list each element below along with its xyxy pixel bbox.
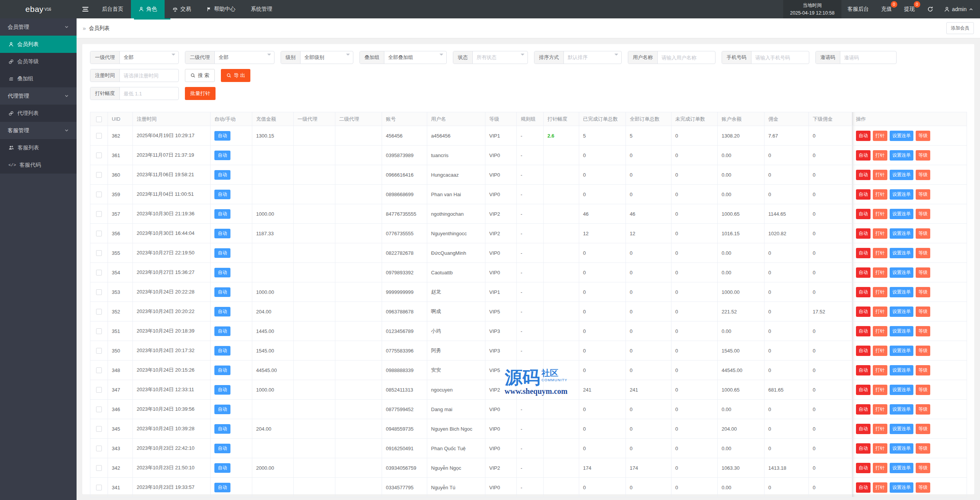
service-backend-link[interactable]: 客服后台 — [841, 0, 875, 18]
action-level-button[interactable]: 等级 — [916, 189, 930, 200]
row-checkbox[interactable] — [96, 172, 102, 178]
action-needle-button[interactable]: 打针 — [873, 209, 887, 219]
action-chain-order-button[interactable]: 设置连单 — [890, 482, 913, 493]
menu-collapse-icon[interactable] — [77, 0, 94, 18]
auto-badge[interactable]: 自动 — [214, 151, 230, 160]
action-auto-button[interactable]: 自动 — [856, 170, 871, 180]
action-level-button[interactable]: 等级 — [916, 463, 930, 473]
row-checkbox[interactable] — [96, 328, 102, 334]
filter-8-input[interactable] — [840, 51, 896, 64]
action-needle-button[interactable]: 打针 — [873, 365, 887, 375]
row-checkbox[interactable] — [96, 192, 102, 197]
row-checkbox[interactable] — [96, 289, 102, 295]
action-level-button[interactable]: 等级 — [916, 287, 930, 297]
auto-badge[interactable]: 自动 — [214, 268, 230, 277]
action-auto-button[interactable]: 自动 — [856, 385, 871, 395]
action-auto-button[interactable]: 自动 — [856, 424, 871, 434]
nav-item-2[interactable]: 交易 — [165, 0, 199, 18]
action-level-button[interactable]: 等级 — [916, 170, 930, 180]
action-level-button[interactable]: 等级 — [916, 424, 930, 434]
action-needle-button[interactable]: 打针 — [873, 248, 887, 258]
action-chain-order-button[interactable]: 设置连单 — [890, 287, 913, 297]
row-checkbox[interactable] — [96, 446, 102, 451]
auto-badge[interactable]: 自动 — [214, 424, 230, 434]
action-auto-button[interactable]: 自动 — [856, 463, 871, 473]
row-checkbox[interactable] — [96, 485, 102, 490]
row-checkbox[interactable] — [96, 309, 102, 315]
action-needle-button[interactable]: 打针 — [873, 228, 887, 239]
action-needle-button[interactable]: 打针 — [873, 189, 887, 200]
sidebar-item-0-1[interactable]: 会员等级 — [0, 53, 77, 70]
auto-badge[interactable]: 自动 — [214, 190, 230, 199]
search-button[interactable]: 搜 索 — [185, 69, 215, 82]
nav-item-0[interactable]: 后台首页 — [94, 0, 131, 18]
action-level-button[interactable]: 等级 — [916, 228, 930, 239]
action-auto-button[interactable]: 自动 — [856, 404, 871, 415]
action-auto-button[interactable]: 自动 — [856, 326, 871, 336]
filter-1-value[interactable]: 全部 — [215, 51, 267, 64]
recharge-link[interactable]: 充值 0 — [875, 0, 898, 18]
sidebar-item-0-2[interactable]: 叠加组 — [0, 70, 77, 87]
action-chain-order-button[interactable]: 设置连单 — [890, 326, 913, 336]
sidebar-item-2-0[interactable]: 客服列表 — [0, 139, 77, 156]
action-auto-button[interactable]: 自动 — [856, 307, 871, 317]
action-level-button[interactable]: 等级 — [916, 150, 930, 161]
sidebar-item-0-0[interactable]: 会员列表 — [0, 36, 77, 53]
filter-7-input[interactable] — [751, 51, 809, 64]
action-chain-order-button[interactable]: 设置连单 — [890, 404, 913, 415]
auto-badge[interactable]: 自动 — [214, 307, 230, 316]
action-auto-button[interactable]: 自动 — [856, 287, 871, 297]
row-checkbox[interactable] — [96, 231, 102, 236]
row-checkbox[interactable] — [96, 465, 102, 471]
action-chain-order-button[interactable]: 设置连单 — [890, 424, 913, 434]
sidebar-item-1-0[interactable]: 代理列表 — [0, 105, 77, 122]
action-level-button[interactable]: 等级 — [916, 248, 930, 258]
auto-badge[interactable]: 自动 — [214, 463, 230, 473]
nav-item-1[interactable]: 角色 — [131, 0, 165, 18]
action-needle-button[interactable]: 打针 — [873, 424, 887, 434]
row-checkbox[interactable] — [96, 348, 102, 354]
action-chain-order-button[interactable]: 设置连单 — [890, 189, 913, 200]
action-needle-button[interactable]: 打针 — [873, 346, 887, 356]
action-level-button[interactable]: 等级 — [916, 365, 930, 375]
auto-badge[interactable]: 自动 — [214, 170, 230, 180]
row-checkbox[interactable] — [96, 387, 102, 393]
action-needle-button[interactable]: 打针 — [873, 131, 887, 141]
action-needle-button[interactable]: 打针 — [873, 307, 887, 317]
action-level-button[interactable]: 等级 — [916, 443, 930, 454]
filter-3-value[interactable]: 全部叠加组 — [384, 51, 439, 64]
action-chain-order-button[interactable]: 设置连单 — [890, 267, 913, 278]
action-needle-button[interactable]: 打针 — [873, 170, 887, 180]
auto-badge[interactable]: 自动 — [214, 385, 230, 395]
action-level-button[interactable]: 等级 — [916, 385, 930, 395]
action-level-button[interactable]: 等级 — [916, 131, 930, 141]
needle-range-input[interactable] — [120, 87, 178, 100]
nav-item-4[interactable]: 系统管理 — [243, 0, 280, 18]
action-auto-button[interactable]: 自动 — [856, 131, 871, 141]
row-checkbox[interactable] — [96, 367, 102, 373]
auto-badge[interactable]: 自动 — [214, 229, 230, 238]
auto-badge[interactable]: 自动 — [214, 346, 230, 356]
auto-badge[interactable]: 自动 — [214, 209, 230, 219]
action-chain-order-button[interactable]: 设置连单 — [890, 463, 913, 473]
action-level-button[interactable]: 等级 — [916, 307, 930, 317]
filter-0-value[interactable]: 全部 — [120, 51, 172, 64]
action-chain-order-button[interactable]: 设置连单 — [890, 248, 913, 258]
action-auto-button[interactable]: 自动 — [856, 248, 871, 258]
action-auto-button[interactable]: 自动 — [856, 346, 871, 356]
row-checkbox[interactable] — [96, 133, 102, 139]
action-needle-button[interactable]: 打针 — [873, 326, 887, 336]
refresh-icon[interactable] — [921, 0, 939, 18]
action-auto-button[interactable]: 自动 — [856, 443, 871, 454]
action-chain-order-button[interactable]: 设置连单 — [890, 307, 913, 317]
action-auto-button[interactable]: 自动 — [856, 482, 871, 493]
action-chain-order-button[interactable]: 设置连单 — [890, 170, 913, 180]
auto-badge[interactable]: 自动 — [214, 444, 230, 453]
action-chain-order-button[interactable]: 设置连单 — [890, 228, 913, 239]
action-level-button[interactable]: 等级 — [916, 326, 930, 336]
auto-badge[interactable]: 自动 — [214, 248, 230, 258]
admin-menu[interactable]: admin — [939, 0, 980, 18]
action-needle-button[interactable]: 打针 — [873, 482, 887, 493]
action-level-button[interactable]: 等级 — [916, 267, 930, 278]
auto-badge[interactable]: 自动 — [214, 405, 230, 414]
